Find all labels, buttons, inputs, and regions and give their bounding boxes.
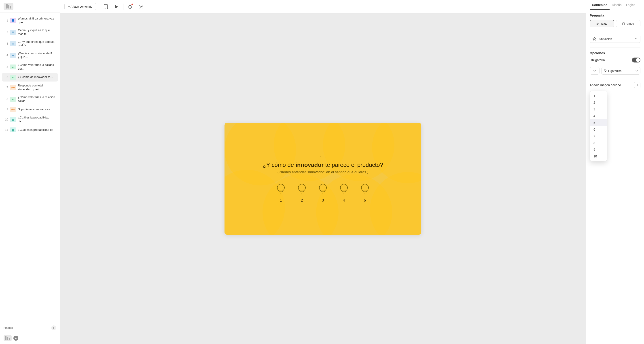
svg-point-7 [106,8,106,8]
sidebar-item-6[interactable]: 6★¿Y cómo de innovador te… [2,73,58,82]
sidebar-item-10[interactable]: 10▦¿Cuál es la probabilidad de… [2,114,58,125]
obligatoria-toggle[interactable] [632,58,640,63]
lightbulbs-dropdown[interactable]: Lightbulbs [601,67,640,75]
score-chevron-icon [635,37,638,40]
item-text-4: ¡Gracias por tu sinceridad! ¿Qué… [18,52,55,59]
obligatoria-label: Obligatoria [590,58,605,62]
dropdown-item-2[interactable]: 2 [590,99,607,106]
slide-card: 6→ ¿Y cómo de innovador te parece el pro… [224,123,421,235]
sidebar-item-7[interactable]: 7A≡Responde con total sinceridad: ¡hast… [2,82,58,93]
svg-line-11 [130,7,131,8]
dropdown-item-10[interactable]: 10 [590,153,607,160]
item-icon-10: ▦ [10,117,16,122]
topbar-divider2 [123,4,124,10]
dropdown-item-8[interactable]: 8 [590,139,607,146]
dropdown-item-4[interactable]: 4 [590,113,607,119]
svg-point-37 [340,184,348,191]
item-number-2: 2 [4,31,8,34]
item-text-3: … ¿y qué crees que todavía podría… [18,40,55,48]
sidebar-logo[interactable] [4,3,14,10]
play-button[interactable] [112,3,120,11]
lightbulb-label-3: 3 [322,199,324,203]
lightbulb-item-2: 2 [296,182,308,203]
sidebar: 1👤¡Vamos allá! La primera vez que…2≡Geni… [0,0,60,344]
svg-point-53 [604,69,606,71]
dropdown-item-5[interactable]: 5 [590,119,607,126]
item-icon-8: ★ [10,97,16,102]
divider3 [590,78,640,78]
sidebar-item-2[interactable]: 2≡Genial. ¿Y qué es lo que más te… [2,27,58,38]
sidebar-item-11[interactable]: 11▦¿Cuál es la probabilidad de [2,126,58,134]
item-number-7: 7 [4,86,8,89]
scale-dropdown[interactable] [590,67,600,75]
topbar: + Añadir contenido [60,0,586,14]
lightbulb-svg-4 [338,182,350,197]
sidebar-item-1[interactable]: 1👤¡Vamos allá! La primera vez que… [2,15,58,26]
lightbulb-label-4: 4 [343,199,345,203]
lightbulb-svg-5 [359,182,371,197]
footer-badge: A [14,336,18,341]
lightbulb-label-5: 5 [364,199,366,203]
score-select[interactable]: Puntuación [590,35,640,43]
dropdown-item-9[interactable]: 9 [590,146,607,153]
divider1 [590,31,640,31]
tab-contenido[interactable]: Contenido [590,0,610,10]
timer-button[interactable] [126,3,134,11]
svg-point-26 [280,194,281,194]
item-text-7: Responde con total sinceridad: ¡hast… [18,84,55,91]
svg-point-41 [344,194,344,194]
svg-rect-2 [10,6,11,9]
lightbulb-svg-2 [296,182,308,197]
svg-point-27 [298,184,306,191]
sidebar-item-5[interactable]: 5★¿Cómo valorarías la calidad del… [2,61,58,73]
dropdown-item-7[interactable]: 7 [590,133,607,139]
obligatoria-row: Obligatoria [590,58,640,63]
item-icon-1: 👤 [10,18,16,23]
dropdown-item-1[interactable]: 1 [590,92,607,99]
settings-button[interactable] [137,3,145,11]
item-icon-5: ★ [10,65,16,69]
notification-dot [132,4,133,5]
tab-diseno[interactable]: Diseño [610,0,624,10]
sidebar-footer-icon [4,335,12,341]
sidebar-section-add-btn[interactable]: + [51,325,56,330]
item-icon-11: ▦ [10,127,16,132]
svg-rect-4 [7,337,8,340]
sidebar-section-label: Finales [4,326,13,329]
sidebar-item-8[interactable]: 8★¿Cómo valorarías la relación calida… [2,94,58,105]
tab-logica[interactable]: Lógica [624,0,638,10]
svg-point-31 [302,194,302,194]
canvas-area: 6→ ¿Y cómo de innovador te parece el pro… [60,14,586,344]
svg-rect-5 [9,338,10,340]
slide-question-label: 6→ [263,155,383,159]
sidebar-items-list: 1👤¡Vamos allá! La primera vez que…2≡Geni… [0,13,60,324]
lightbulb-icon [604,69,607,73]
lightbulb-item-3: 3 [317,182,329,203]
sidebar-item-4[interactable]: 4≡¡Gracias por tu sinceridad! ¿Qué… [2,50,58,61]
type-text-label: Texto [600,22,607,25]
svg-marker-8 [116,5,118,8]
divider2 [590,47,640,48]
scale-dropdown-menu: 12345678910 [590,91,607,161]
type-video-btn[interactable]: Vídeo [616,20,641,27]
topbar-divider [99,4,99,10]
sidebar-item-3[interactable]: 3≡… ¿y qué crees que todavía podría… [2,38,58,50]
svg-point-32 [319,184,326,191]
sidebar-item-9[interactable]: 9A≡Si pudieras comprar este… [2,105,58,114]
item-number-9: 9 [4,108,8,111]
slide-content: 6→ ¿Y cómo de innovador te parece el pro… [258,150,388,207]
item-icon-3: ≡ [10,41,16,46]
dropdown-item-6[interactable]: 6 [590,126,607,133]
lightbulbs-row: 12345 [263,182,383,203]
item-icon-4: ≡ [10,53,16,58]
svg-rect-3 [5,336,6,340]
type-text-btn[interactable]: Texto [590,20,614,27]
lightbulb-item-5: 5 [359,182,371,203]
mobile-preview-button[interactable] [102,3,110,11]
add-media-btn[interactable]: + [634,82,640,88]
lightbulb-svg-1 [275,182,287,197]
panel-body: Pregunta Texto Vídeo [586,10,644,344]
dropdown-item-3[interactable]: 3 [590,106,607,113]
add-content-button[interactable]: + Añadir contenido [64,3,96,10]
item-text-2: Genial. ¿Y qué es lo que más te… [18,29,55,36]
